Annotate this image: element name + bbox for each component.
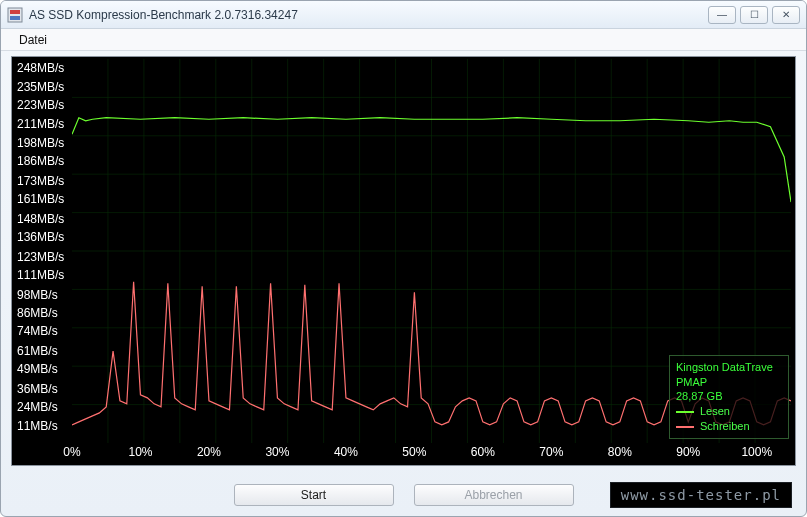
x-tick-label: 90%	[676, 445, 700, 459]
svg-rect-1	[10, 10, 20, 14]
x-axis: 0%10%20%30%40%50%60%70%80%90%100%	[72, 443, 791, 465]
legend-read-label: Lesen	[700, 404, 730, 419]
y-tick-label: 198MB/s	[17, 136, 64, 150]
x-tick-label: 80%	[608, 445, 632, 459]
info-box: Kingston DataTrave PMAP 28,87 GB Lesen S…	[669, 355, 789, 439]
read-swatch-icon	[676, 411, 694, 413]
svg-rect-2	[10, 16, 20, 20]
titlebar[interactable]: AS SSD Kompression-Benchmark 2.0.7316.34…	[1, 1, 806, 29]
x-tick-label: 30%	[265, 445, 289, 459]
x-tick-label: 20%	[197, 445, 221, 459]
y-tick-label: 223MB/s	[17, 98, 64, 112]
y-tick-label: 186MB/s	[17, 154, 64, 168]
x-tick-label: 40%	[334, 445, 358, 459]
y-tick-label: 98MB/s	[17, 288, 58, 302]
x-tick-label: 0%	[63, 445, 80, 459]
close-button[interactable]: ✕	[772, 6, 800, 24]
y-tick-label: 74MB/s	[17, 324, 58, 338]
y-tick-label: 11MB/s	[17, 419, 58, 433]
start-button[interactable]: Start	[234, 484, 394, 506]
write-swatch-icon	[676, 426, 694, 428]
device-capacity: 28,87 GB	[676, 389, 782, 404]
y-tick-label: 111MB/s	[17, 268, 64, 282]
device-name-1: Kingston DataTrave	[676, 360, 782, 375]
x-tick-label: 60%	[471, 445, 495, 459]
legend-write-label: Schreiben	[700, 419, 750, 434]
x-tick-label: 10%	[128, 445, 152, 459]
y-tick-label: 136MB/s	[17, 230, 64, 244]
menu-file[interactable]: Datei	[11, 31, 55, 49]
y-tick-label: 49MB/s	[17, 362, 58, 376]
app-icon	[7, 7, 23, 23]
y-tick-label: 24MB/s	[17, 400, 58, 414]
y-tick-label: 248MB/s	[17, 61, 64, 75]
chart-area: 11MB/s24MB/s36MB/s49MB/s61MB/s74MB/s86MB…	[11, 56, 796, 466]
y-tick-label: 173MB/s	[17, 174, 64, 188]
menubar: Datei	[1, 29, 806, 51]
x-tick-label: 100%	[741, 445, 772, 459]
y-tick-label: 161MB/s	[17, 192, 64, 206]
y-tick-label: 235MB/s	[17, 80, 64, 94]
y-tick-label: 123MB/s	[17, 250, 64, 264]
legend-write: Schreiben	[676, 419, 782, 434]
y-tick-label: 61MB/s	[17, 344, 58, 358]
y-tick-label: 86MB/s	[17, 306, 58, 320]
watermark: www.ssd-tester.pl	[610, 482, 792, 508]
maximize-button[interactable]: ☐	[740, 6, 768, 24]
window-controls: — ☐ ✕	[708, 6, 800, 24]
cancel-button: Abbrechen	[414, 484, 574, 506]
x-tick-label: 70%	[539, 445, 563, 459]
y-axis: 11MB/s24MB/s36MB/s49MB/s61MB/s74MB/s86MB…	[12, 57, 72, 443]
legend-read: Lesen	[676, 404, 782, 419]
app-window: AS SSD Kompression-Benchmark 2.0.7316.34…	[0, 0, 807, 517]
y-tick-label: 211MB/s	[17, 117, 64, 131]
window-title: AS SSD Kompression-Benchmark 2.0.7316.34…	[29, 8, 708, 22]
minimize-button[interactable]: —	[708, 6, 736, 24]
x-tick-label: 50%	[402, 445, 426, 459]
device-name-2: PMAP	[676, 375, 782, 390]
y-tick-label: 36MB/s	[17, 382, 58, 396]
y-tick-label: 148MB/s	[17, 212, 64, 226]
